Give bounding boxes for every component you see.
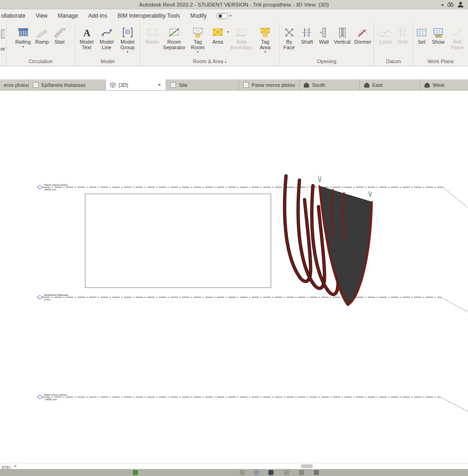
- collapse-titlebar-icon[interactable]: ◂: [441, 2, 443, 7]
- view-tab-west[interactable]: West: [420, 79, 468, 90]
- horizontal-scrollbar-thumb[interactable]: [301, 464, 313, 468]
- chevron-down-icon[interactable]: ▾: [127, 50, 129, 53]
- ribbon-button-by-face[interactable]: By Face: [280, 24, 298, 50]
- chevron-down-icon[interactable]: ▾: [264, 50, 266, 53]
- view-tab-epifaneia-thalassas[interactable]: Epifaneia thalassas: [29, 79, 106, 90]
- ribbon-button-dormer[interactable]: Dormer: [353, 24, 373, 45]
- taskbar-icon[interactable]: [240, 470, 245, 475]
- chevron-down-icon[interactable]: ▾: [197, 50, 199, 53]
- view-tab-3d[interactable]: {3D} ✕: [106, 79, 166, 90]
- elevation-view-icon: [303, 82, 310, 88]
- taskbar-icon[interactable]: [299, 470, 304, 475]
- ribbon-button-vertical-opening[interactable]: Vertical: [332, 24, 352, 45]
- plan-view-icon: [243, 82, 249, 88]
- view-tab-panw-meros-ploiou[interactable]: Panw meros ploiou: [239, 79, 299, 90]
- ribbon-group-opening: By Face Shaft Wall: [280, 22, 374, 66]
- 3d-view-icon: [110, 82, 116, 88]
- ribbon-tab-bar: ollaborate View Manage Add-Ins BIM Inter…: [0, 9, 468, 22]
- ribbon-button-ref-plane: Ref Plane: [448, 24, 467, 50]
- ramp-icon: [36, 25, 48, 39]
- tab-view[interactable]: View: [31, 9, 53, 22]
- stair-icon: [54, 25, 66, 39]
- ribbon-group-room-area: Room Room Separator Tag Room ▾: [140, 22, 280, 66]
- ribbon-button-room-separator[interactable]: Room Separator: [161, 24, 188, 50]
- chevron-down-icon[interactable]: ▾: [230, 14, 232, 18]
- view-tab-bar: eros ploiou Epifaneia thalassas {3D} ✕ S…: [0, 79, 468, 91]
- view-tab-partial[interactable]: eros ploiou: [0, 79, 29, 90]
- plant-sprig: [369, 191, 371, 196]
- elevation-view-icon: [364, 82, 370, 88]
- taskbar-icon[interactable]: [314, 470, 319, 475]
- ribbon-group-label[interactable]: Model: [75, 58, 140, 66]
- ribbon-button-area-boundary: Area Boundary: [228, 24, 255, 50]
- ribbon-button-mullion-partial[interactable]: on: [0, 24, 5, 52]
- collapse-panel-arrow[interactable]: <: [14, 463, 17, 469]
- model-rectangle[interactable]: [85, 194, 271, 288]
- view-tab-site[interactable]: Site: [166, 79, 239, 90]
- ship-hull-model[interactable]: [285, 176, 372, 306]
- ribbon-button-tag-room[interactable]: Tag Room ▾: [188, 24, 208, 53]
- drawing-canvas[interactable]: Panw meros ploiou 16000 mm Epifaneia tha…: [0, 91, 468, 463]
- ribbon-button-set[interactable]: Set: [414, 24, 429, 45]
- taskbar-icon[interactable]: [254, 470, 259, 475]
- ribbon-button-ramp[interactable]: Ramp: [33, 24, 51, 45]
- ribbon-group-label[interactable]: Opening: [280, 58, 374, 66]
- level-name: Panw meros ploiou: [44, 183, 68, 186]
- view-tab-east[interactable]: East: [360, 79, 420, 90]
- level-icon: [379, 25, 391, 39]
- level-line-panw-meros-ploiou[interactable]: Panw meros ploiou 16000 mm: [37, 183, 468, 208]
- search-icon[interactable]: [447, 1, 454, 8]
- selection-mode-icon: [219, 14, 222, 18]
- ribbon-button-wall-opening[interactable]: Wall: [316, 24, 332, 45]
- plant-sprig: [318, 176, 321, 182]
- 3d-view-drawing[interactable]: Panw meros ploiou 16000 mm Epifaneia tha…: [0, 91, 468, 463]
- ribbon-button-model-group[interactable]: Model Group ▾: [117, 24, 138, 53]
- level-name: Epifaneia thalassas: [44, 293, 68, 296]
- ribbon-button-room: Room: [144, 24, 160, 45]
- area-icon: [212, 25, 224, 39]
- close-icon[interactable]: ✕: [156, 83, 162, 87]
- ribbon-group-label[interactable]: Datum: [374, 58, 413, 66]
- ribbon-button-area[interactable]: Area ▾: [208, 24, 228, 45]
- level-line-katw-meros-ploiou[interactable]: Katw meros ploiou -14500 mm: [37, 393, 468, 411]
- view-tab-south[interactable]: South: [299, 79, 360, 90]
- level-head-icon: [37, 185, 43, 189]
- ribbon-button-shaft[interactable]: Shaft: [298, 24, 315, 45]
- ribbon-button-model-line[interactable]: Model Line: [97, 24, 117, 50]
- room-separator-icon: [168, 25, 180, 39]
- tab-bim-interoperability-tools[interactable]: BIM Interoperability Tools: [112, 9, 185, 22]
- tab-collaborate[interactable]: ollaborate: [0, 9, 31, 22]
- title-bar: Autodesk Revit 2020.2 - STUDENT VERSION …: [0, 0, 468, 9]
- ribbon-button-model-text[interactable]: A Model Text: [77, 24, 97, 50]
- ribbon-button-show[interactable]: Show: [429, 24, 447, 45]
- tab-add-ins[interactable]: Add-Ins: [83, 9, 112, 22]
- level-head-icon: [37, 395, 43, 399]
- ribbon-button-tag-area[interactable]: Tag Area ▾: [255, 24, 275, 53]
- level-line-epifaneia-thalassas[interactable]: Epifaneia thalassas 0 mm: [37, 293, 468, 312]
- ribbon-group-circulation: Railing ▾ Ramp Stair Circulation: [6, 22, 75, 66]
- user-icon[interactable]: [457, 1, 464, 8]
- level-elevation: 0 mm: [44, 298, 51, 301]
- grid-icon: [396, 25, 409, 39]
- taskbar-strip: [0, 469, 468, 476]
- taskbar-icon[interactable]: [284, 470, 289, 475]
- ribbon-button-railing[interactable]: Railing ▾: [13, 24, 33, 48]
- taskbar-icon[interactable]: [133, 470, 138, 475]
- tab-manage[interactable]: Manage: [53, 9, 83, 22]
- tab-modify[interactable]: Modify: [185, 9, 212, 22]
- ribbon-group-label[interactable]: Work Plane: [413, 58, 468, 66]
- plan-view-icon: [170, 82, 176, 88]
- ribbon-button-stair[interactable]: Stair: [52, 24, 68, 45]
- selection-mode-pill[interactable]: [216, 13, 228, 19]
- ribbon-group-label[interactable]: Room & Area ▾: [140, 58, 279, 66]
- ribbon-group-model: A Model Text Model Line Model Group ▾: [75, 22, 140, 66]
- model-group-icon: [122, 25, 134, 39]
- level-elevation: 16000 mm: [44, 188, 56, 191]
- room-icon: [146, 25, 158, 39]
- chevron-down-icon[interactable]: ▾: [22, 45, 24, 48]
- plan-view-icon: [32, 82, 39, 88]
- wall-opening-icon: [318, 25, 330, 39]
- ribbon-group-work-plane: Set Show Ref Plane Work Plane: [413, 22, 468, 66]
- taskbar-icon[interactable]: [268, 470, 273, 475]
- ribbon-group-label[interactable]: Circulation: [6, 58, 75, 66]
